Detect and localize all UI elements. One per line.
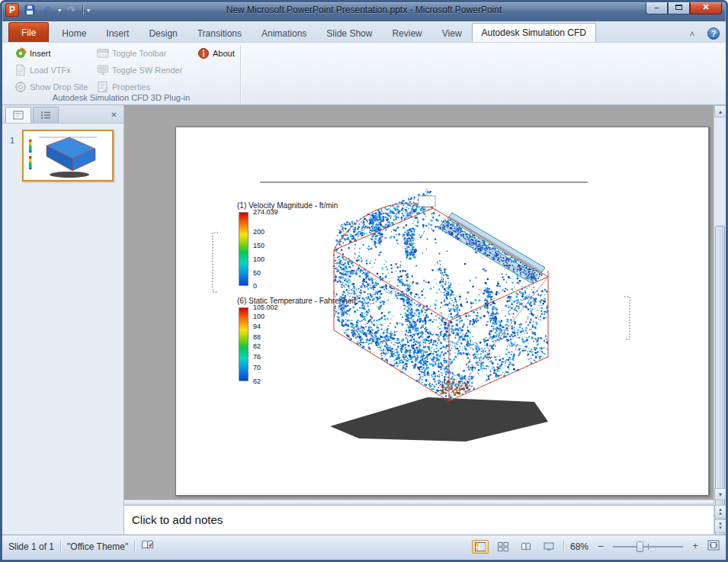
previous-slide-button[interactable]: ▲▲ — [714, 505, 726, 519]
toggle-toolbar-icon — [97, 47, 109, 59]
slide-thumbnail[interactable] — [22, 130, 114, 181]
left-placeholder-bracket — [213, 233, 218, 292]
close-slides-panel-button[interactable]: ✕ — [108, 109, 120, 120]
notes-splitter[interactable] — [124, 499, 714, 506]
legend-tick: 82 — [253, 342, 261, 350]
zoom-slider[interactable] — [613, 541, 683, 553]
tab-animations[interactable]: Animations — [252, 24, 316, 42]
slides-panel: ✕ 1 — [2, 105, 124, 535]
legend-tick: 70 — [253, 364, 261, 371]
load-vtfx-icon — [14, 64, 27, 76]
tab-review[interactable]: Review — [382, 24, 431, 42]
toggle-toolbar-label: Toggle Toolbar — [112, 49, 166, 58]
legend-tick: 100 — [253, 255, 265, 263]
zoom-slider-thumb[interactable] — [637, 541, 643, 552]
tab-view[interactable]: View — [432, 24, 472, 42]
status-separator — [60, 541, 61, 553]
vertical-scrollbar[interactable]: ▲ ▼ ▲▲ ▼▼ — [714, 105, 726, 535]
tab-file[interactable]: File — [8, 22, 49, 42]
double-chevron-down-icon: ▼▼ — [718, 522, 723, 530]
title-bar: P ↶ ▾ ↷ ▾ New Microsoft PowerPoint Prese… — [0, 0, 728, 21]
legend-tick: 88 — [253, 333, 261, 341]
legend-tick: 62 — [253, 377, 261, 385]
legend-tick: 76 — [253, 353, 261, 361]
legend-tick: 274.039 — [253, 208, 278, 216]
ribbon-group-label: Autodesk Simulation CFD 3D Plug-in — [2, 93, 240, 102]
toggle-sw-render-icon — [97, 64, 109, 76]
show-drop-site-button[interactable]: Show Drop Site — [11, 79, 91, 95]
tab-autodesk-simulation-cfd[interactable]: Autodesk Simulation CFD — [472, 23, 596, 42]
slide-sorter-icon — [498, 542, 508, 551]
legend-tick: 94 — [253, 323, 261, 330]
about-label: About — [213, 49, 235, 58]
legend-tick: 100 — [253, 313, 265, 320]
normal-view-button[interactable] — [472, 540, 489, 554]
about-button[interactable]: About — [194, 46, 238, 61]
scroll-down-button[interactable]: ▼ — [714, 488, 726, 500]
legend-tick: 200 — [253, 228, 265, 236]
toggle-sw-render-button[interactable]: Toggle SW Render — [94, 63, 185, 78]
zoom-out-button[interactable]: – — [595, 541, 607, 553]
toggle-toolbar-button[interactable]: Toggle Toolbar — [94, 46, 169, 61]
close-window-button[interactable]: ✕ — [690, 0, 722, 14]
help-button[interactable]: ? — [707, 27, 720, 40]
status-separator — [134, 541, 135, 553]
ribbon-group-separator — [240, 45, 241, 103]
load-vtfx-button[interactable]: Load VTFx — [11, 63, 74, 78]
spell-check-icon — [141, 540, 154, 551]
minimize-window-button[interactable]: – — [646, 0, 668, 14]
cfd-vent-structure — [438, 213, 545, 283]
tab-design[interactable]: Design — [139, 24, 187, 42]
temperature-legend-ticks: 105.002 100 94 88 82 76 70 62 — [253, 307, 299, 381]
velocity-legend-ticks: 274.039 200 150 100 50 0 — [253, 212, 299, 286]
properties-label: Properties — [112, 82, 150, 92]
tab-transitions[interactable]: Transitions — [188, 24, 252, 42]
slide-thumbnail-preview — [24, 131, 112, 180]
properties-button[interactable]: Properties — [94, 79, 153, 95]
slides-tab[interactable] — [5, 107, 31, 123]
slide-editing-canvas[interactable]: (1) Velocity Magnitude - ft/min 274.039 … — [124, 105, 714, 499]
slides-panel-tabs: ✕ — [2, 105, 123, 124]
double-chevron-up-icon: ▲▲ — [718, 508, 723, 515]
show-drop-site-icon — [14, 81, 27, 93]
insert-icon — [14, 47, 27, 59]
velocity-legend: (1) Velocity Magnitude - ft/min 274.039 … — [237, 201, 351, 286]
tab-home[interactable]: Home — [52, 24, 96, 42]
insert-button[interactable]: Insert — [11, 46, 54, 61]
tab-slide-show[interactable]: Slide Show — [316, 24, 382, 42]
zoom-level[interactable]: 68% — [570, 541, 588, 552]
slide-counter: Slide 1 of 1 — [8, 541, 54, 552]
slide-show-view-button[interactable] — [540, 540, 557, 554]
reading-view-icon — [521, 542, 531, 551]
properties-icon — [97, 81, 109, 93]
status-separator — [563, 541, 564, 553]
spell-check-button[interactable] — [141, 540, 154, 553]
reading-view-button[interactable] — [518, 540, 534, 554]
outline-tab[interactable] — [33, 107, 59, 123]
tab-insert[interactable]: Insert — [96, 24, 139, 42]
legend-tick: 150 — [253, 242, 265, 249]
legend-tick: 0 — [253, 282, 257, 290]
maximize-window-button[interactable] — [668, 0, 690, 14]
scroll-up-button[interactable]: ▲ — [714, 105, 726, 117]
slide-sorter-view-button[interactable] — [495, 540, 512, 554]
ribbon-tab-row: File Home Insert Design Transitions Anim… — [2, 21, 726, 42]
right-placeholder-bracket — [624, 297, 630, 339]
cfd-shadow — [330, 397, 548, 442]
maximize-icon — [675, 5, 682, 10]
minimize-ribbon-icon[interactable]: ˄ — [685, 29, 700, 38]
status-bar: Slide 1 of 1 "Office Theme" 68% – + — [2, 535, 726, 560]
notes-placeholder[interactable]: Click to add notes — [132, 513, 223, 526]
zoom-in-button[interactable]: + — [689, 541, 701, 553]
notes-pane[interactable]: Click to add notes — [124, 506, 714, 535]
fit-to-window-icon — [707, 540, 720, 551]
fit-to-window-button[interactable] — [707, 540, 720, 553]
about-icon — [197, 47, 210, 59]
scroll-up-icon: ▲ — [718, 109, 723, 114]
next-slide-button[interactable]: ▼▼ — [714, 519, 726, 533]
slide[interactable]: (1) Velocity Magnitude - ft/min 274.039 … — [175, 127, 709, 496]
legend-tick: 105.002 — [253, 303, 278, 311]
temperature-color-bar — [239, 307, 249, 381]
temperature-legend: (6) Static Temperature - Fahrenheit 105.… — [237, 297, 351, 381]
velocity-color-bar — [239, 212, 249, 286]
